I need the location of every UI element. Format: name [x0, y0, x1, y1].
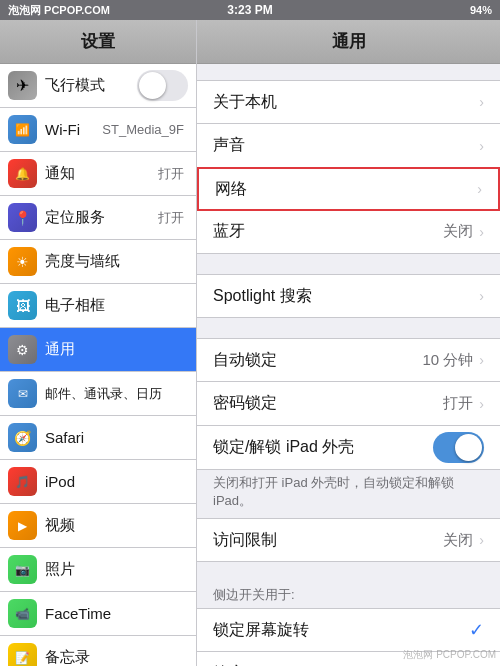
facetime-label: FaceTime [45, 605, 188, 622]
cover-toggle-thumb [455, 434, 482, 461]
gap-2 [197, 318, 500, 338]
watermark: 泡泡网 PCPOP.COM [403, 648, 496, 662]
photos-label: 照片 [45, 560, 188, 579]
settings-row-lockrotation[interactable]: 锁定屏幕旋转 ✓ [197, 608, 500, 652]
location-value: 打开 [158, 209, 184, 227]
brightness-label: 亮度与墙纸 [45, 252, 188, 271]
facetime-icon: 📹 [8, 599, 37, 628]
bluetooth-label: 蓝牙 [213, 221, 443, 242]
photoframe-label: 电子相框 [45, 296, 188, 315]
restriction-value: 关闭 [443, 531, 473, 550]
sidebar-item-photos[interactable]: 📷 照片 [0, 548, 196, 592]
settings-row-autolock[interactable]: 自动锁定 10 分钟 › [197, 338, 500, 382]
sound-chevron: › [479, 138, 484, 154]
spotlight-label: Spotlight 搜索 [213, 286, 479, 307]
about-label: 关于本机 [213, 92, 479, 113]
passcode-value: 打开 [443, 394, 473, 413]
settings-row-bluetooth[interactable]: 蓝牙 关闭 › [197, 210, 500, 254]
settings-row-restriction[interactable]: 访问限制 关闭 › [197, 518, 500, 562]
settings-row-network[interactable]: 网络 › [197, 167, 500, 211]
lockrotation-check: ✓ [469, 619, 484, 641]
settings-row-cover[interactable]: 锁定/解锁 iPad 外壳 [197, 426, 500, 470]
sidebar-item-facetime[interactable]: 📹 FaceTime [0, 592, 196, 636]
location-icon: 📍 [8, 203, 37, 232]
video-icon: ▶ [8, 511, 37, 540]
safari-icon: 🧭 [8, 423, 37, 452]
safari-label: Safari [45, 429, 188, 446]
sidebar-header: 设置 [0, 20, 196, 64]
sidebar-item-photoframe[interactable]: 🖼 电子相框 [0, 284, 196, 328]
sidebar-item-location[interactable]: 📍 定位服务 打开 [0, 196, 196, 240]
gap-1 [197, 254, 500, 274]
main-container: 设置 ✈ 飞行模式 📶 Wi-Fi ST_Media_9F 🔔 通知 打开 📍 … [0, 20, 500, 666]
right-panel-title: 通用 [332, 30, 366, 53]
cover-toggle[interactable] [433, 432, 484, 463]
cover-note: 关闭和打开 iPad 外壳时，自动锁定和解锁 iPad。 [197, 470, 500, 518]
settings-group-2: Spotlight 搜索 › [197, 274, 500, 318]
ipod-label: iPod [45, 473, 188, 490]
right-header: 通用 [197, 20, 500, 64]
sidebar-item-wifi[interactable]: 📶 Wi-Fi ST_Media_9F [0, 108, 196, 152]
bluetooth-chevron: › [479, 224, 484, 240]
mail-icon: ✉ [8, 379, 37, 408]
video-label: 视频 [45, 516, 188, 535]
lockrotation-label: 锁定屏幕旋转 [213, 620, 469, 641]
sidebar-item-mail[interactable]: ✉ 邮件、通讯录、日历 [0, 372, 196, 416]
autolock-label: 自动锁定 [213, 350, 422, 371]
airplane-icon: ✈ [8, 71, 37, 100]
network-label: 网络 [215, 179, 477, 200]
sidebar-item-notes[interactable]: 📝 备忘录 [0, 636, 196, 666]
settings-group-1: 关于本机 › 声音 › 网络 › 蓝牙 关闭 › [197, 80, 500, 254]
settings-group-4: 访问限制 关闭 › [197, 518, 500, 562]
right-panel: 通用 关于本机 › 声音 › 网络 › 蓝牙 关闭 › [197, 20, 500, 666]
photoframe-icon: 🖼 [8, 291, 37, 320]
airplane-label: 飞行模式 [45, 76, 137, 95]
settings-row-about[interactable]: 关于本机 › [197, 80, 500, 124]
restriction-label: 访问限制 [213, 530, 443, 551]
ipod-icon: 🎵 [8, 467, 37, 496]
autolock-chevron: › [479, 352, 484, 368]
passcode-chevron: › [479, 396, 484, 412]
settings-row-sound[interactable]: 声音 › [197, 124, 500, 168]
wifi-value: ST_Media_9F [102, 122, 184, 137]
general-icon: ⚙ [8, 335, 37, 364]
about-chevron: › [479, 94, 484, 110]
status-right: 94% [470, 4, 492, 16]
mail-label: 邮件、通讯录、日历 [45, 385, 188, 403]
location-label: 定位服务 [45, 208, 158, 227]
spotlight-chevron: › [479, 288, 484, 304]
cover-note-text: 关闭和打开 iPad 外壳时，自动锁定和解锁 iPad。 [213, 475, 454, 508]
settings-row-passcode[interactable]: 密码锁定 打开 › [197, 382, 500, 426]
sidebar-item-brightness[interactable]: ☀ 亮度与墙纸 [0, 240, 196, 284]
sidebar-item-airplane[interactable]: ✈ 飞行模式 [0, 64, 196, 108]
sidebar-title: 设置 [81, 30, 115, 53]
bluetooth-value: 关闭 [443, 222, 473, 241]
notes-icon: 📝 [8, 643, 37, 666]
settings-row-spotlight[interactable]: Spotlight 搜索 › [197, 274, 500, 318]
wifi-icon: 📶 [8, 115, 37, 144]
sidebar-item-notify[interactable]: 🔔 通知 打开 [0, 152, 196, 196]
sidebar-item-general[interactable]: ⚙ 通用 [0, 328, 196, 372]
sideswitch-section-label: 侧边开关用于: [197, 582, 500, 608]
brightness-icon: ☀ [8, 247, 37, 276]
wifi-label: Wi-Fi [45, 121, 102, 138]
cover-label: 锁定/解锁 iPad 外壳 [213, 437, 433, 458]
settings-group-3: 自动锁定 10 分钟 › 密码锁定 打开 › 锁定/解锁 iPad 外壳 [197, 338, 500, 470]
notify-label: 通知 [45, 164, 158, 183]
airplane-toggle[interactable] [137, 70, 188, 101]
status-site: 泡泡网 PCPOP.COM [8, 3, 110, 18]
status-time: 3:23 PM [227, 3, 272, 17]
sidebar-item-ipod[interactable]: 🎵 iPod [0, 460, 196, 504]
sidebar-item-video[interactable]: ▶ 视频 [0, 504, 196, 548]
restriction-chevron: › [479, 532, 484, 548]
autolock-value: 10 分钟 [422, 351, 473, 370]
sidebar-item-safari[interactable]: 🧭 Safari [0, 416, 196, 460]
photos-icon: 📷 [8, 555, 37, 584]
general-label: 通用 [45, 340, 188, 359]
status-bar: 泡泡网 PCPOP.COM 3:23 PM 94% [0, 0, 500, 20]
sound-label: 声音 [213, 135, 479, 156]
notify-value: 打开 [158, 165, 184, 183]
network-chevron: › [477, 181, 482, 197]
notify-icon: 🔔 [8, 159, 37, 188]
passcode-label: 密码锁定 [213, 393, 443, 414]
